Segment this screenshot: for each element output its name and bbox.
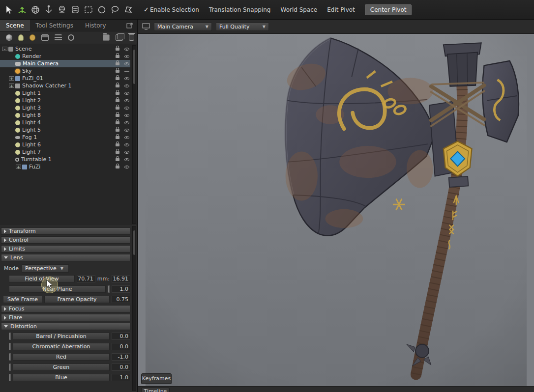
visibility-eye-icon[interactable] [124, 151, 129, 154]
quality-select[interactable]: Full Quality ▼ [216, 23, 269, 31]
object-toolbar-icon[interactable] [6, 34, 12, 41]
lock-icon[interactable] [116, 166, 119, 168]
polygon-select-icon[interactable] [121, 3, 135, 16]
tree-item[interactable]: - Scene [0, 45, 130, 53]
slider-handle[interactable] [9, 353, 11, 361]
enable-selection-checkbox[interactable]: ✓ Enable Selection [144, 6, 199, 13]
panel-tab[interactable]: History [79, 20, 112, 31]
visibility-eye-icon[interactable] [124, 84, 129, 87]
visibility-eye-icon[interactable] [124, 62, 129, 65]
tree-expand-toggle[interactable]: + [9, 84, 14, 88]
tree-expand-toggle[interactable] [9, 98, 14, 103]
viewport-canvas[interactable] [138, 34, 534, 392]
visibility-eye-icon[interactable] [124, 92, 129, 95]
tree-item[interactable]: Turntable 1 [0, 156, 130, 163]
section-header[interactable]: Flare [1, 314, 130, 321]
tree-item[interactable]: Render [0, 53, 130, 60]
tree-expand-toggle[interactable]: + [16, 165, 21, 169]
keyframes-tab[interactable]: Keyframes [141, 373, 172, 384]
lock-icon[interactable] [116, 158, 119, 161]
object-toolbar-icon[interactable] [41, 34, 49, 41]
visibility-eye-icon[interactable] [124, 77, 129, 80]
section-header[interactable]: Focus [1, 305, 130, 312]
tree-item[interactable]: Main Camera [0, 60, 130, 67]
near-plane-handle[interactable] [108, 285, 110, 293]
timeline-tab[interactable]: Timeline [141, 388, 170, 392]
tree-expand-toggle[interactable]: + [9, 76, 14, 81]
lock-icon[interactable] [116, 121, 119, 124]
distortion-slider[interactable]: Green [13, 364, 110, 371]
tree-expand-toggle[interactable] [9, 150, 14, 154]
object-toolbar-icon[interactable] [68, 34, 74, 41]
tree-item[interactable]: Light 1 [0, 89, 130, 97]
object-toolbar-icon[interactable] [55, 34, 62, 41]
frame-opacity-value[interactable]: 0.75 [112, 296, 130, 303]
distortion-slider[interactable]: Blue [13, 374, 110, 381]
tree-expand-toggle[interactable] [9, 91, 14, 95]
near-plane-value[interactable]: 1.0 [112, 285, 130, 293]
camera-select[interactable]: Main Camera ▼ [154, 23, 212, 31]
lock-icon[interactable] [116, 114, 119, 117]
tree-item[interactable]: + FuZi_01 [0, 75, 130, 82]
popout-window-icon[interactable] [126, 22, 133, 29]
tree-item[interactable]: + FuZi [0, 163, 130, 170]
lasso-select-icon[interactable] [108, 3, 121, 16]
marquee-select-icon[interactable] [82, 3, 95, 16]
select-cursor-icon[interactable] [2, 3, 15, 16]
slider-handle[interactable] [9, 333, 11, 340]
tree-item[interactable]: Fog 1 [0, 134, 130, 141]
visibility-eye-icon[interactable] [124, 143, 129, 146]
object-toolbar-icon[interactable] [129, 34, 134, 41]
tree-expand-toggle[interactable] [9, 157, 14, 162]
lock-icon[interactable] [116, 136, 119, 139]
panel-tab[interactable]: Tool Settings [30, 20, 79, 31]
tree-expand-toggle[interactable] [9, 128, 14, 132]
visibility-eye-icon[interactable] [124, 48, 129, 51]
projection-mode-select[interactable]: Perspective ▼ [22, 264, 69, 273]
cylinder-tool-icon[interactable] [68, 3, 82, 16]
safe-frame-button[interactable]: Safe Frame [3, 296, 42, 303]
visibility-eye-icon[interactable] [124, 158, 129, 161]
tree-expand-toggle[interactable] [9, 106, 14, 110]
tree-item[interactable]: Light 8 [0, 112, 130, 119]
distortion-slider[interactable]: Chromatic Aberration [13, 343, 110, 350]
tree-expand-toggle[interactable] [9, 120, 14, 125]
measure-tool-icon[interactable] [42, 3, 55, 16]
world-space-button[interactable]: World Space [280, 6, 317, 13]
object-toolbar-icon[interactable] [116, 34, 123, 41]
distortion-value[interactable]: 0.0 [112, 343, 130, 350]
lock-icon[interactable] [116, 151, 119, 154]
tree-item[interactable]: Light 2 [0, 97, 130, 104]
tree-scrollbar[interactable] [132, 45, 136, 224]
visibility-eye-icon[interactable] [124, 71, 129, 72]
section-header[interactable]: Control [1, 236, 130, 244]
distortion-slider[interactable]: Barrel / Pincushion [13, 333, 110, 340]
tree-item[interactable]: Light 4 [0, 119, 130, 126]
object-toolbar-icon[interactable] [30, 34, 36, 41]
tree-item[interactable]: Light 6 [0, 141, 130, 148]
distortion-value[interactable]: 0.0 [112, 333, 130, 340]
lock-icon[interactable] [116, 143, 119, 146]
properties-scrollbar[interactable] [132, 226, 136, 391]
edit-pivot-button[interactable]: Edit Pivot [327, 6, 355, 13]
tree-expand-toggle[interactable] [9, 61, 14, 66]
tree-item[interactable]: Light 7 [0, 148, 130, 156]
field-of-view-value[interactable]: 70.71 [77, 275, 95, 282]
tree-expand-toggle[interactable] [9, 135, 14, 140]
tree-expand-toggle[interactable] [9, 113, 14, 117]
translation-snapping-button[interactable]: Translation Snapping [209, 6, 271, 13]
distortion-value[interactable]: 0.0 [112, 364, 130, 371]
tree-item[interactable]: Light 5 [0, 126, 130, 134]
lock-icon[interactable] [116, 92, 119, 95]
section-header-distortion[interactable]: Distortion [1, 323, 130, 330]
lock-icon[interactable] [116, 84, 119, 87]
distortion-value[interactable]: -1.0 [112, 353, 130, 361]
slider-handle[interactable] [9, 343, 11, 350]
pivot-globe-icon[interactable] [55, 3, 68, 16]
field-of-view-slider[interactable]: Field of View [9, 275, 75, 282]
frame-opacity-slider[interactable]: Frame Opacity [44, 296, 110, 303]
slider-handle[interactable] [9, 374, 11, 381]
lock-icon[interactable] [116, 107, 119, 110]
distortion-slider[interactable]: Red [13, 353, 110, 361]
visibility-eye-icon[interactable] [124, 129, 129, 132]
